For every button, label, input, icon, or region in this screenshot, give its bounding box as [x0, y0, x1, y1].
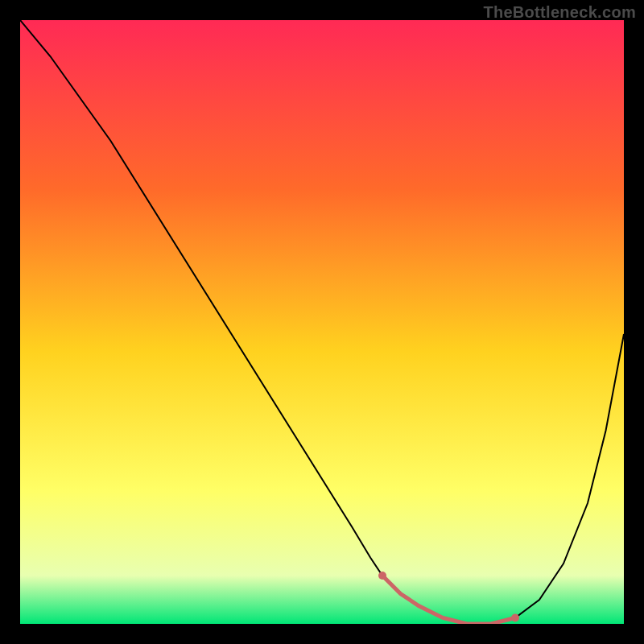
highlight-dot-start	[378, 572, 386, 580]
chart-stage: TheBottleneck.com	[0, 0, 644, 644]
bottleneck-curve	[20, 20, 624, 624]
highlight-dot-end	[511, 614, 519, 622]
plot-area	[20, 20, 624, 624]
highlight-segment	[382, 576, 515, 624]
curve-layer	[20, 20, 624, 624]
watermark-text: TheBottleneck.com	[483, 3, 636, 22]
